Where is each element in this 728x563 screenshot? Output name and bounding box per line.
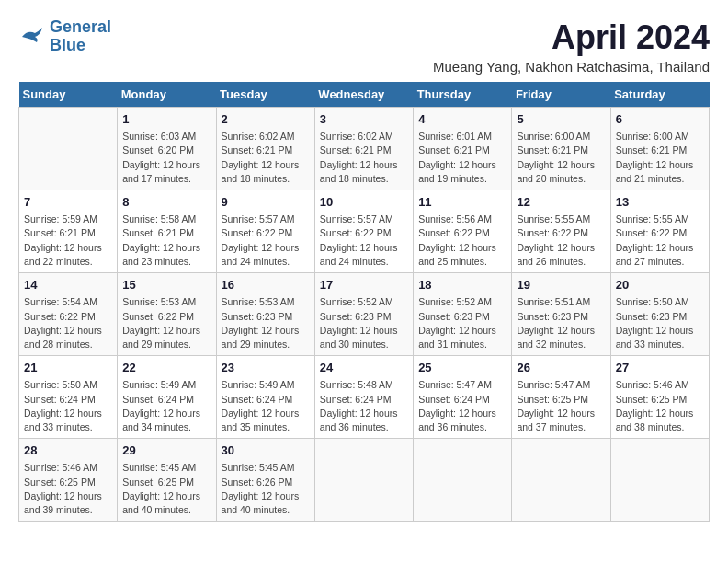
calendar-cell: 18Sunrise: 5:52 AMSunset: 6:23 PMDayligh…: [414, 273, 512, 356]
day-info-line: Daylight: 12 hours: [418, 407, 506, 420]
day-info-line: Sunrise: 5:45 AM: [122, 461, 210, 475]
day-info-line: Daylight: 12 hours: [320, 158, 408, 172]
day-info-line: Sunrise: 5:55 AM: [517, 213, 605, 226]
day-info-line: Sunset: 6:25 PM: [616, 393, 704, 407]
calendar-cell: 17Sunrise: 5:52 AMSunset: 6:23 PMDayligh…: [314, 273, 413, 356]
day-number: 4: [418, 111, 506, 128]
day-info-line: Daylight: 12 hours: [418, 158, 506, 172]
day-info-line: Sunrise: 5:47 AM: [418, 378, 506, 392]
day-info: Sunrise: 5:53 AMSunset: 6:23 PMDaylight:…: [222, 295, 310, 351]
day-info-line: and 34 minutes.: [122, 420, 210, 434]
day-info: Sunrise: 5:49 AMSunset: 6:24 PMDaylight:…: [222, 378, 310, 434]
day-info-line: and 28 minutes.: [24, 338, 112, 351]
day-info-line: Daylight: 12 hours: [517, 241, 605, 255]
day-info-line: Daylight: 12 hours: [222, 158, 310, 172]
day-info-line: Sunset: 6:21 PM: [418, 144, 506, 157]
day-info-line: and 32 minutes.: [517, 338, 605, 351]
day-info: Sunrise: 6:00 AMSunset: 6:21 PMDaylight:…: [517, 130, 605, 186]
day-info-line: Daylight: 12 hours: [418, 324, 506, 338]
day-info-line: Sunrise: 5:59 AM: [24, 213, 112, 226]
day-info-line: Daylight: 12 hours: [616, 158, 704, 172]
day-info: Sunrise: 5:56 AMSunset: 6:22 PMDaylight:…: [418, 213, 506, 269]
day-info-line: Sunset: 6:21 PM: [122, 226, 210, 240]
calendar-cell: 3Sunrise: 6:02 AMSunset: 6:21 PMDaylight…: [314, 108, 413, 190]
day-info-line: and 21 minutes.: [616, 172, 704, 186]
calendar-cell: 11Sunrise: 5:56 AMSunset: 6:22 PMDayligh…: [414, 190, 512, 273]
day-info-line: and 25 minutes.: [418, 255, 506, 269]
day-info-line: Daylight: 12 hours: [616, 241, 704, 255]
calendar-cell: 1Sunrise: 6:03 AMSunset: 6:20 PMDaylight…: [118, 108, 216, 190]
day-number: 7: [24, 194, 112, 211]
day-info-line: and 23 minutes.: [122, 255, 210, 269]
day-info-line: and 18 minutes.: [222, 172, 310, 186]
day-info-line: Sunset: 6:24 PM: [24, 393, 112, 407]
day-info-line: Daylight: 12 hours: [616, 407, 704, 420]
day-info-line: Daylight: 12 hours: [320, 324, 408, 338]
day-info-line: Sunrise: 6:00 AM: [517, 130, 605, 144]
calendar-cell: [512, 439, 610, 522]
day-info: Sunrise: 5:48 AMSunset: 6:24 PMDaylight:…: [320, 378, 408, 434]
day-info-line: Sunset: 6:22 PM: [418, 226, 506, 240]
day-info-line: and 27 minutes.: [616, 255, 704, 269]
calendar-cell: 25Sunrise: 5:47 AMSunset: 6:24 PMDayligh…: [414, 356, 512, 439]
calendar-week-3: 14Sunrise: 5:54 AMSunset: 6:22 PMDayligh…: [19, 273, 710, 356]
day-number: 19: [517, 277, 605, 293]
calendar-cell: 7Sunrise: 5:59 AMSunset: 6:21 PMDaylight…: [19, 190, 118, 273]
calendar-cell: 19Sunrise: 5:51 AMSunset: 6:23 PMDayligh…: [512, 273, 610, 356]
day-number: 15: [122, 277, 210, 293]
day-info-line: Sunset: 6:25 PM: [122, 476, 210, 489]
day-info-line: Sunset: 6:24 PM: [122, 393, 210, 407]
calendar-header-row: SundayMondayTuesdayWednesdayThursdayFrid…: [19, 82, 710, 108]
day-info-line: Sunset: 6:21 PM: [616, 144, 704, 157]
day-number: 10: [320, 194, 408, 211]
day-info: Sunrise: 6:02 AMSunset: 6:21 PMDaylight:…: [222, 130, 310, 186]
header-day-thursday: Thursday: [414, 82, 512, 108]
calendar-cell: 4Sunrise: 6:01 AMSunset: 6:21 PMDaylight…: [414, 108, 512, 190]
day-info-line: and 24 minutes.: [320, 255, 408, 269]
day-info-line: Sunset: 6:21 PM: [320, 144, 408, 157]
day-info-line: Sunrise: 5:47 AM: [517, 378, 605, 392]
day-info-line: Daylight: 12 hours: [320, 407, 408, 420]
day-info-line: Sunset: 6:21 PM: [24, 226, 112, 240]
day-number: 3: [320, 111, 408, 128]
day-info: Sunrise: 5:49 AMSunset: 6:24 PMDaylight:…: [122, 378, 210, 434]
day-info: Sunrise: 5:57 AMSunset: 6:22 PMDaylight:…: [320, 213, 408, 269]
day-info-line: Sunrise: 6:02 AM: [320, 130, 408, 144]
day-info-line: Sunrise: 5:46 AM: [24, 461, 112, 475]
day-info: Sunrise: 6:02 AMSunset: 6:21 PMDaylight:…: [320, 130, 408, 186]
day-info-line: Sunrise: 6:02 AM: [222, 130, 310, 144]
day-info-line: and 19 minutes.: [418, 172, 506, 186]
calendar-cell: 8Sunrise: 5:58 AMSunset: 6:21 PMDaylight…: [118, 190, 216, 273]
day-info: Sunrise: 5:52 AMSunset: 6:23 PMDaylight:…: [418, 295, 506, 351]
calendar-cell: 10Sunrise: 5:57 AMSunset: 6:22 PMDayligh…: [314, 190, 413, 273]
day-info: Sunrise: 6:00 AMSunset: 6:21 PMDaylight:…: [616, 130, 704, 186]
logo-text: General Blue: [50, 18, 111, 55]
calendar-cell: 12Sunrise: 5:55 AMSunset: 6:22 PMDayligh…: [512, 190, 610, 273]
day-info-line: Sunrise: 5:58 AM: [122, 213, 210, 226]
day-info-line: and 40 minutes.: [122, 503, 210, 517]
title-block: April 2024 Mueang Yang, Nakhon Ratchasim…: [433, 18, 710, 75]
header-day-sunday: Sunday: [19, 82, 118, 108]
day-info: Sunrise: 5:50 AMSunset: 6:24 PMDaylight:…: [24, 378, 112, 434]
calendar-cell: [314, 439, 413, 522]
day-number: 25: [418, 360, 506, 376]
day-info: Sunrise: 5:54 AMSunset: 6:22 PMDaylight:…: [24, 295, 112, 351]
day-number: 9: [222, 194, 310, 211]
day-info: Sunrise: 5:50 AMSunset: 6:23 PMDaylight:…: [616, 295, 704, 351]
day-info-line: Sunset: 6:23 PM: [222, 310, 310, 324]
day-info-line: Sunset: 6:23 PM: [517, 310, 605, 324]
day-info-line: Sunset: 6:24 PM: [222, 393, 310, 407]
day-info-line: and 24 minutes.: [222, 255, 310, 269]
day-number: 6: [616, 111, 704, 128]
day-info-line: and 18 minutes.: [320, 172, 408, 186]
day-info-line: Daylight: 12 hours: [122, 158, 210, 172]
day-info-line: and 40 minutes.: [222, 503, 310, 517]
day-info-line: and 29 minutes.: [122, 338, 210, 351]
day-info: Sunrise: 5:47 AMSunset: 6:25 PMDaylight:…: [517, 378, 605, 434]
day-info: Sunrise: 5:58 AMSunset: 6:21 PMDaylight:…: [122, 213, 210, 269]
day-info-line: Sunset: 6:22 PM: [320, 226, 408, 240]
day-info-line: and 30 minutes.: [320, 338, 408, 351]
day-number: 16: [222, 277, 310, 293]
day-number: 21: [24, 360, 112, 376]
header-day-friday: Friday: [512, 82, 610, 108]
